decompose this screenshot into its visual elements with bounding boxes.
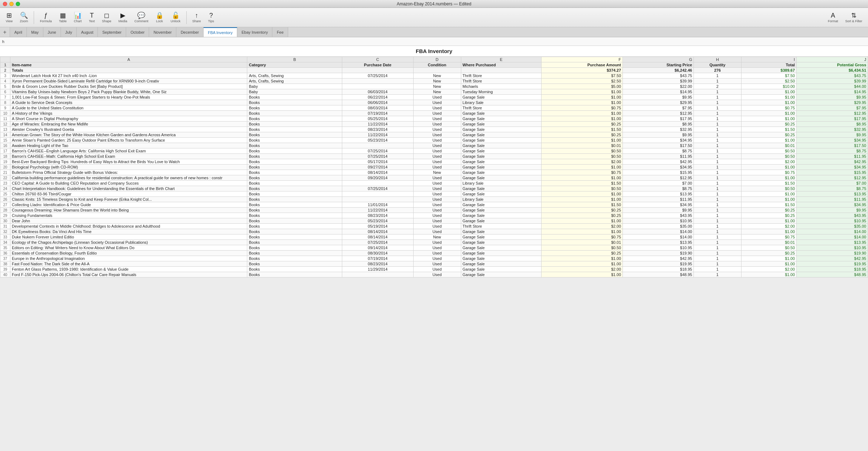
cell-potential-gross[interactable]: $32.95 [796,127,868,132]
header-starting-price[interactable]: Starting Price [623,62,693,68]
table-scroll-area[interactable]: A B C D E F G H I J 1 Item-name Categor [0,57,868,450]
cell-where[interactable]: Garage Sale [461,267,542,272]
row-num-cell[interactable]: 15 [0,138,10,143]
cell-category[interactable]: Books [247,256,342,261]
col-header-j[interactable]: J [796,57,868,62]
cell-condition[interactable]: Used [413,116,461,122]
cell-total[interactable]: $1.00 [741,218,796,224]
cell-potential-gross[interactable]: $12.95 [796,111,868,116]
col-header-a[interactable]: A [10,57,247,62]
cell-purchase-amount[interactable]: $0.25 [542,251,623,256]
cell-condition[interactable]: Used [413,256,461,261]
cell-purchase-date[interactable]: 05/25/2014 [342,116,413,122]
cell-purchase-date[interactable]: 07/25/2014 [342,73,413,79]
cell-quantity[interactable]: 1 [694,175,741,181]
cell-starting-price[interactable]: $11.95 [623,197,693,202]
cell-category[interactable]: Books [247,127,342,132]
cell-item[interactable]: Barron's CAHSEE--Math: California High S… [10,154,247,159]
cell-condition[interactable]: Used [413,154,461,159]
cell-quantity[interactable]: 1 [694,245,741,251]
row-num-cell[interactable]: 10 [0,111,10,116]
cell-quantity[interactable]: 1 [694,261,741,267]
cell-potential-gross[interactable]: $35.00 [796,224,868,229]
cell-where[interactable]: Garage Sale [461,159,542,165]
cell-potential-gross[interactable]: $11.95 [796,197,868,202]
cell-where[interactable]: Garage Sale [461,218,542,224]
cell-quantity[interactable]: 1 [694,181,741,186]
cell-item[interactable]: Collecting Lladro: Identification & Pric… [10,202,247,208]
cell-potential-gross[interactable]: $13.95 [796,240,868,245]
header-purchase-date[interactable]: Purchase Date [342,62,413,68]
cell-starting-price[interactable]: $14.00 [623,234,693,240]
cell-item[interactable]: Xyron Permanent Double-Sided Laminate Re… [10,79,247,84]
cell-purchase-amount[interactable]: $1.00 [542,261,623,267]
cell-quantity[interactable]: 1 [694,122,741,127]
cell-potential-gross[interactable]: $8.75 [796,186,868,191]
cell-starting-price[interactable]: $34.95 [623,165,693,170]
cell-item[interactable]: Chart Interpretation Handbook: Guideline… [10,186,247,191]
cell-purchase-amount[interactable]: $2.00 [542,267,623,272]
cell-potential-gross[interactable]: $14.95 [796,89,868,95]
minimize-button[interactable] [9,2,14,6]
cell-where[interactable]: Garage Sale [461,148,542,154]
cell-condition[interactable]: New [413,84,461,89]
cell-category[interactable]: Books [247,234,342,240]
cell-quantity[interactable]: 1 [694,170,741,175]
cell-category[interactable]: Books [247,245,342,251]
tab-july[interactable]: July [61,27,77,37]
cell-where[interactable]: Thrift Store [461,105,542,111]
cell-potential-gross[interactable]: $44.00 [796,84,868,89]
cell-condition[interactable]: New [413,89,461,95]
cell-starting-price[interactable]: $43.95 [623,213,693,218]
cell-starting-price[interactable]: $29.95 [623,100,693,105]
row-num-cell[interactable]: 34 [0,240,10,245]
row-num-cell[interactable]: 27 [0,202,10,208]
cell-purchase-date[interactable]: 08/03/2014 [342,105,413,111]
cell-potential-gross[interactable]: $19.90 [796,251,868,256]
cell-condition[interactable]: Used [413,95,461,100]
cell-item[interactable]: Bride & Groom Love Duckies Rubber Ducks … [10,84,247,89]
cell-quantity[interactable]: 1 [694,116,741,122]
cell-potential-gross[interactable]: $18.95 [796,267,868,272]
cell-where[interactable]: Garage Sale [461,170,542,175]
row-num-cell[interactable]: 8 [0,100,10,105]
cell-starting-price[interactable]: $15.95 [623,170,693,175]
cell-starting-price[interactable]: $9.95 [623,132,693,138]
cell-category[interactable]: Books [247,116,342,122]
cell-where[interactable]: Garage Sale [461,186,542,191]
cell-total[interactable]: $2.00 [741,159,796,165]
cell-where[interactable]: Garage Sale [461,175,542,181]
cell-condition[interactable]: Used [413,202,461,208]
cell-condition[interactable]: Used [413,159,461,165]
cell-starting-price[interactable]: $43.75 [623,73,693,79]
cell-item[interactable]: Bulletstorm Prima Official Strategy Guid… [10,170,247,175]
cell-purchase-amount[interactable]: $0.50 [542,245,623,251]
cell-purchase-date[interactable]: 06/03/2014 [342,89,413,95]
col-header-g[interactable]: G [623,57,693,62]
cell-quantity[interactable]: 1 [694,218,741,224]
cell-item[interactable]: Fast Food Nation: The Dark Side of the A… [10,261,247,267]
cell-where[interactable]: Thrift Store [461,73,542,79]
cell-reference[interactable]: h [2,39,24,44]
cell-total[interactable]: $1.00 [741,175,796,181]
cell-purchase-amount[interactable]: $0.75 [542,234,623,240]
cell-item[interactable]: A Guide to Service Desk Concepts [10,100,247,105]
col-header-c[interactable]: C [342,57,413,62]
cell-potential-gross[interactable]: $13.95 [796,191,868,197]
cell-quantity[interactable]: 1 [694,132,741,138]
cell-potential-gross[interactable]: $7.95 [796,105,868,111]
cell-where[interactable]: Garage Sale [461,245,542,251]
cell-item[interactable]: Duke Nukem Forever Limited Editio [10,234,247,240]
cell-potential-gross[interactable]: $8.75 [796,148,868,154]
row-num-cell[interactable]: 14 [0,132,10,138]
cell-condition[interactable]: Used [413,213,461,218]
cell-item[interactable]: Best-Ever Backyard Birding Tips: Hundred… [10,159,247,165]
cell-where[interactable]: Library Sale [461,197,542,202]
tab-ebay-inventory[interactable]: Ebay Inventory [237,27,272,37]
cell-potential-gross[interactable]: $10.95 [796,218,868,224]
cell-quantity[interactable]: 1 [694,213,741,218]
table-button[interactable]: ▦ Table [56,12,70,23]
cell-condition[interactable]: Used [413,111,461,116]
cell-category[interactable]: Books [247,132,342,138]
cell-condition[interactable]: Used [413,224,461,229]
